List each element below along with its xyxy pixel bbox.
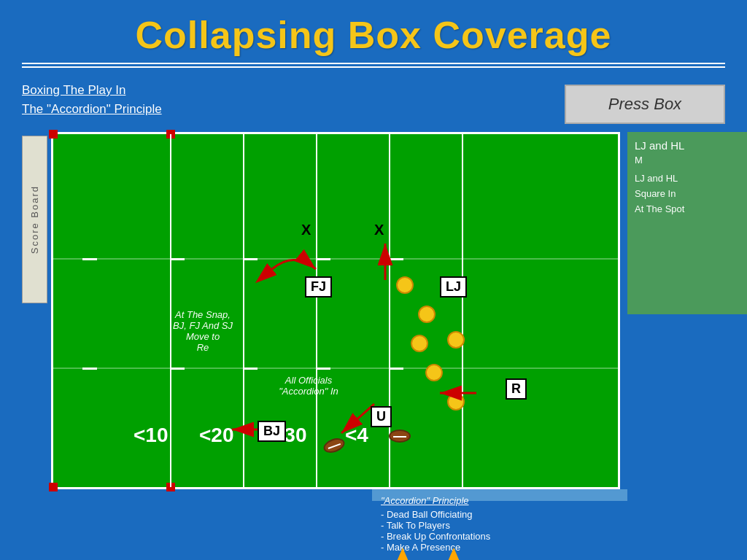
all-officials-text: All Officials"Accordion" In	[258, 375, 360, 397]
yard-10: <10	[133, 424, 169, 447]
score-board: Score Board	[22, 136, 47, 303]
football-2	[322, 435, 347, 455]
header-divider-bottom	[22, 66, 725, 68]
official-BJ: BJ	[258, 421, 286, 442]
header: Collapsing Box Coverage	[0, 0, 747, 75]
accordion-item-4: - Make A Presence	[381, 542, 619, 553]
page-title: Collapsing Box Coverage	[0, 13, 747, 57]
yard-line-3	[316, 134, 317, 487]
info-panel: LJ and HL M LJ and HLSquare InAt The Spo…	[627, 132, 747, 314]
football-1	[389, 429, 411, 443]
snap-text: At The Snap,BJ, FJ And SJMove toRe	[155, 309, 250, 353]
boxing-line2: The "Accordion" Principle	[22, 102, 162, 116]
lj-hl-1: LJ and HL	[635, 139, 747, 152]
corner-marker-bl	[49, 483, 58, 491]
press-box-label: Press Box	[565, 85, 725, 124]
accordion-title: "Accordion" Principle	[381, 495, 619, 506]
field-container: <10 <20 <30 <4 At The Snap,BJ, FJ And SJ…	[51, 132, 725, 511]
player-2	[418, 306, 436, 323]
player-3	[411, 335, 428, 352]
accordion-item-2: - Talk To Players	[381, 520, 619, 531]
player-5	[447, 393, 465, 411]
lj-hl-2: LJ and HLSquare InAt The Spot	[635, 171, 747, 217]
cone-left	[394, 548, 411, 560]
cone-right	[445, 548, 462, 560]
score-board-label: Score Board	[29, 185, 40, 254]
yard-40: <4	[345, 424, 368, 447]
accordion-item-1: - Dead Ball Officiating	[381, 509, 619, 520]
yard-line-5	[462, 134, 463, 487]
boxing-text: Boxing The Play In The "Accordion" Princ…	[22, 81, 162, 118]
yard-20: <20	[199, 424, 234, 447]
x-marker-right: X	[374, 222, 384, 238]
x-marker-left: X	[301, 222, 311, 238]
player-6	[447, 331, 465, 349]
player-1	[396, 276, 414, 294]
move-label: M	[635, 155, 747, 166]
accordion-item-3: - Break Up Confrontations	[381, 531, 619, 542]
player-4	[425, 364, 443, 381]
football-field: <10 <20 <30 <4 At The Snap,BJ, FJ And SJ…	[51, 132, 620, 489]
accordion-panel: "Accordion" Principle - Dead Ball Offici…	[372, 489, 627, 501]
header-divider-top	[22, 63, 725, 64]
corner-marker-tl	[49, 130, 58, 139]
boxing-line1: Boxing The Play In	[22, 83, 125, 97]
official-R: R	[506, 378, 527, 400]
content-area: Boxing The Play In The "Accordion" Princ…	[22, 81, 725, 555]
official-FJ: FJ	[305, 276, 332, 298]
official-U: U	[371, 406, 392, 427]
official-LJ: LJ	[440, 276, 467, 298]
